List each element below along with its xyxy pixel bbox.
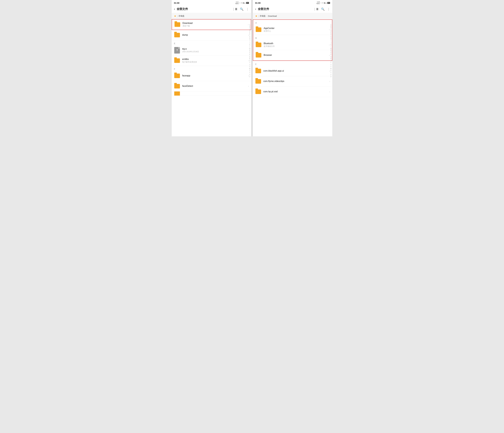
left-signal-icon: ☆	[239, 2, 241, 4]
right-sort-icon[interactable]: ⋮≣	[313, 7, 319, 11]
section-f-header: F	[172, 66, 251, 71]
bluetooth-folder-shape	[256, 43, 261, 47]
browser-folder-shape	[256, 53, 261, 57]
right-breadcrumb: ★ | 存储盘 › Download	[253, 13, 332, 19]
dump-file-info: dump	[182, 34, 248, 37]
left-status-bar: 01:00 3.11KB/S ☆ ≡ ◉▲ 54	[172, 0, 251, 5]
ega-file-icon: ?	[174, 47, 180, 53]
appcenter-chevron: ›	[329, 28, 330, 31]
left-breadcrumb-sep: |	[177, 15, 178, 17]
blackfish-folder-item[interactable]: com.blackfish.app.ui ›	[253, 66, 332, 76]
right-menu-icon: ≡	[322, 2, 323, 4]
hp-folder-shape	[255, 90, 261, 94]
appcenter-name: AppCenter	[264, 27, 329, 29]
right-app-header: ‹ 全部文件 ⋮≣ 🔍 ⋮	[253, 5, 332, 13]
right-search-icon[interactable]: 🔍	[321, 7, 325, 11]
blackfish-folder-icon	[255, 68, 261, 74]
flyme-name: com.flyme.videoclips	[263, 80, 329, 83]
emlibs-meta: 电子邮件应用支持	[182, 61, 248, 63]
browser-file-info: Browser	[264, 54, 329, 57]
flyme-folder-icon	[255, 78, 261, 84]
emlibs-folder-icon	[174, 57, 180, 64]
browser-folder-icon	[255, 52, 262, 58]
facedetect-folder-item[interactable]: faceDetect ›	[172, 81, 251, 92]
bluetooth-folder-icon	[255, 42, 262, 48]
left-more-icon[interactable]: ⋮	[246, 7, 249, 11]
right-more-icon[interactable]: ⋮	[327, 7, 330, 11]
section-c-header: C	[253, 61, 332, 66]
left-network-icon: ◉▲	[243, 2, 246, 4]
flyme-file-info: com.flyme.videoclips	[263, 80, 329, 83]
hp-chevron: ›	[329, 91, 330, 93]
appcenter-folder-shape	[256, 28, 261, 32]
left-phone: 01:00 3.11KB/S ☆ ≡ ◉▲ 54 ‹ 全部文件 ⋮≣ 🔍 ⋮ ★…	[172, 0, 251, 136]
emlibs-folder-item[interactable]: emlibs 电子邮件应用支持 ›	[172, 55, 251, 66]
bluetooth-file-info: Bluetooth 蓝牙接收文件	[264, 42, 329, 47]
flyme-folder-shape	[255, 79, 261, 84]
next-folder-icon	[174, 92, 180, 96]
hp-folder-item[interactable]: com.hp.pt.vod ›	[253, 87, 332, 97]
left-breadcrumb-star: ★	[174, 15, 176, 18]
left-status-time: 01:00	[174, 2, 179, 4]
right-breadcrumb-arrow: ›	[267, 15, 267, 17]
download-folder-icon	[174, 21, 180, 28]
left-breadcrumb-storage: 存储盘	[179, 15, 184, 17]
next-folder-item[interactable]	[172, 92, 251, 96]
emlibs-file-info: emlibs 电子邮件应用支持	[182, 58, 248, 63]
right-signal-icon: ☆	[320, 2, 322, 4]
ega-file-item[interactable]: ? eg.a 1KB 2019年1月28日	[172, 45, 251, 55]
download-file-info: Download 系统下载	[182, 22, 248, 27]
right-status-bar: 01:00 0.09KB/S ☆ ≡ ◉▲ 54	[253, 0, 332, 5]
dump-folder-shape	[174, 33, 180, 37]
next-folder-shape	[174, 92, 180, 96]
left-battery: 54	[246, 2, 249, 4]
faceapp-file-info: faceapp	[182, 74, 248, 77]
dump-name: dump	[182, 34, 248, 36]
faceapp-folder-icon	[174, 73, 180, 79]
right-status-time: 01:00	[255, 2, 261, 4]
faceapp-folder-item[interactable]: faceapp ›	[172, 71, 251, 81]
section-a-header: A	[253, 20, 332, 25]
left-header-actions: ⋮≣ 🔍 ⋮	[232, 7, 249, 11]
blackfish-folder-shape	[255, 69, 261, 73]
left-speed: 3.11KB/S	[235, 1, 239, 4]
dump-folder-item[interactable]: dump ›	[172, 30, 251, 40]
download-folder-item[interactable]: Download 系统下载 ›	[172, 19, 251, 30]
faceapp-folder-shape	[174, 74, 180, 78]
left-menu-icon: ≡	[241, 2, 242, 4]
blackfish-name: com.blackfish.app.ui	[263, 70, 329, 72]
browser-chevron: ›	[329, 54, 330, 56]
flyme-folder-item[interactable]: com.flyme.videoclips ›	[253, 76, 332, 87]
dump-chevron: ›	[248, 34, 249, 36]
ega-meta: 1KB 2019年1月28日	[182, 50, 249, 53]
bluetooth-folder-item[interactable]: Bluetooth 蓝牙接收文件 ›	[253, 40, 332, 50]
right-network-icon: ◉▲	[324, 2, 327, 4]
appcenter-meta: 应用中心	[264, 30, 329, 32]
emlibs-folder-shape	[174, 58, 180, 63]
left-search-icon[interactable]: 🔍	[240, 7, 243, 11]
right-speed: 0.09KB/S	[316, 1, 320, 4]
right-battery: 54	[327, 2, 330, 4]
flyme-chevron: ›	[329, 80, 330, 83]
section-b-header: B	[253, 35, 332, 40]
right-back-button[interactable]: ‹	[255, 7, 256, 11]
emlibs-chevron: ›	[248, 59, 249, 62]
left-back-button[interactable]: ‹	[174, 7, 175, 11]
blackfish-chevron: ›	[329, 70, 330, 72]
browser-folder-item[interactable]: Browser ›	[253, 50, 332, 61]
hp-file-info: com.hp.pt.vod	[263, 90, 329, 93]
emlibs-name: emlibs	[182, 58, 248, 61]
right-breadcrumb-star: ★	[255, 15, 257, 18]
appcenter-folder-item[interactable]: AppCenter 应用中心 ›	[253, 25, 332, 35]
right-header-title: 全部文件	[258, 7, 313, 11]
download-chevron: ›	[248, 23, 249, 26]
right-highlighted-region: A AppCenter 应用中心 › B Bluet	[253, 19, 332, 61]
left-status-icons: 3.11KB/S ☆ ≡ ◉▲ 54	[235, 1, 249, 4]
right-breadcrumb-storage: 存储盘	[260, 15, 266, 17]
blackfish-file-info: com.blackfish.app.ui	[263, 70, 329, 73]
bluetooth-chevron: ›	[329, 44, 330, 46]
facedetect-name: faceDetect	[182, 85, 248, 87]
ega-name: eg.a	[182, 47, 249, 50]
section-e-header: E	[172, 40, 251, 45]
left-sort-icon[interactable]: ⋮≣	[232, 7, 237, 11]
